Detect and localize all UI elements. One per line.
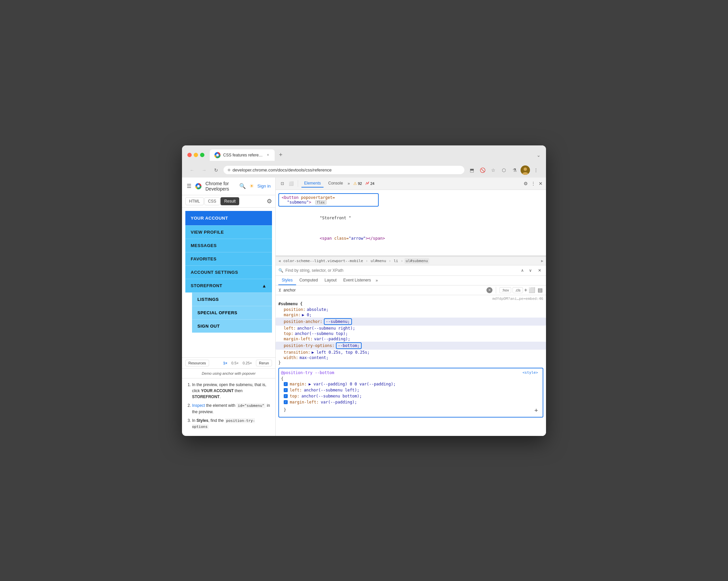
tab-computed[interactable]: Computed [296, 276, 321, 285]
prop-checkbox-margin-left[interactable]: ✓ [284, 400, 288, 404]
reload-button[interactable]: ↻ [211, 165, 221, 175]
prop-name-position-anchor[interactable]: position-anchor: [284, 319, 322, 324]
prop-checkbox-top[interactable]: ✓ [284, 394, 288, 398]
view-profile-item[interactable]: VIEW PROFILE [185, 225, 272, 239]
pt-prop-name-left[interactable]: left: [290, 388, 302, 392]
prop-name-width[interactable]: width: [284, 355, 298, 360]
tab-styles[interactable]: Styles [278, 276, 296, 285]
breadcrumb-item-2[interactable]: ul#menu [369, 258, 387, 264]
more-styles-tabs[interactable]: » [376, 278, 378, 283]
minimize-traffic-light[interactable] [194, 153, 198, 157]
breadcrumb-arrow-left[interactable]: ◀ [278, 259, 281, 263]
pt-prop-name-margin-left[interactable]: margin-left: [290, 400, 319, 405]
filter-close-button[interactable]: ✕ [536, 267, 543, 274]
prop-value-position[interactable]: absolute; [307, 307, 329, 312]
add-style-icon[interactable]: + [524, 287, 527, 293]
prop-name-position[interactable]: position: [284, 307, 306, 312]
chevron-down-icon[interactable]: ⌄ [537, 153, 541, 158]
prop-name-margin[interactable]: margin: [284, 312, 301, 317]
more-options-icon[interactable]: ⋮ [530, 180, 537, 187]
theme-icon[interactable]: ☀ [249, 183, 254, 189]
settings-gear-icon[interactable]: ⚙ [524, 181, 528, 186]
prop-value-width[interactable]: max-content; [300, 355, 329, 360]
tab-html[interactable]: HTML [185, 197, 204, 205]
active-tab[interactable]: CSS features reference | Chr × [210, 149, 275, 161]
cast-icon[interactable]: ⬒ [467, 165, 476, 175]
prop-checkbox-margin[interactable]: ✓ [284, 382, 288, 386]
camera-off-icon[interactable]: 🚫 [478, 165, 487, 175]
menu-icon[interactable]: ⋮ [531, 165, 541, 175]
clear-filter-button[interactable]: ✕ [487, 287, 492, 293]
breadcrumb-item-1[interactable]: color-scheme--light.viewport--mobile [282, 258, 364, 264]
listings-item[interactable]: LISTINGS [192, 293, 272, 306]
special-offers-item[interactable]: SPECIAL OFFERS [192, 306, 272, 319]
close-traffic-light[interactable] [187, 153, 192, 157]
storefront-item[interactable]: STOREFRONT ▲ [185, 279, 272, 293]
style-source-link[interactable]: <style> [523, 370, 541, 375]
tab-event-listeners[interactable]: Event Listeners [340, 276, 374, 285]
prop-value-transition[interactable]: ▶ left 0.25s, top 0.25s; [311, 350, 369, 355]
maximize-traffic-light[interactable] [200, 153, 204, 157]
tab-elements[interactable]: Elements [302, 179, 323, 188]
selector-filter-input[interactable] [285, 268, 517, 273]
account-settings-item[interactable]: ACCOUNT SETTINGS [185, 266, 272, 279]
tab-layout[interactable]: Layout [321, 276, 340, 285]
close-devtools-icon[interactable]: ✕ [539, 181, 543, 186]
computed-sidebar-icon[interactable]: ▤ [537, 287, 543, 294]
prop-value-position-try-options[interactable]: --bottom; [336, 342, 362, 349]
prop-name-margin-left[interactable]: margin-left: [284, 337, 313, 341]
new-tab-button[interactable]: + [276, 150, 285, 160]
zoom-025x-button[interactable]: 0.25× [241, 360, 253, 366]
prop-value-position-anchor[interactable]: --submenu; [324, 318, 352, 325]
search-icon[interactable]: 🔍 [239, 183, 246, 189]
zoom-1x-button[interactable]: 1× [222, 360, 229, 366]
your-account-button[interactable]: YOUR ACCOUNT [185, 211, 272, 225]
messages-item[interactable]: MESSAGES [185, 239, 272, 252]
pt-prop-name-top[interactable]: top: [290, 394, 300, 398]
hamburger-icon[interactable]: ☰ [187, 183, 191, 189]
tab-result[interactable]: Result [220, 197, 239, 205]
pt-prop-val-top[interactable]: anchor(--submenu bottom); [302, 394, 362, 398]
hov-button[interactable]: :hov [499, 287, 511, 293]
prop-value-left[interactable]: anchor(--submenu right); [297, 326, 355, 331]
url-bar[interactable]: ⊕ developer.chrome.com/docs/devtools/css… [224, 166, 464, 174]
inspect-element-icon[interactable]: ⊡ [279, 180, 286, 187]
tab-close-button[interactable]: × [265, 153, 271, 158]
breadcrumb-item-4[interactable]: ul#submenu [405, 258, 429, 264]
prop-value-margin-left[interactable]: var(--padding); [314, 337, 350, 341]
prop-name-transition[interactable]: transition: [284, 350, 310, 355]
device-toolbar-icon[interactable]: ⬜ [288, 180, 294, 187]
forward-button[interactable]: → [200, 165, 209, 175]
rerun-button[interactable]: Rerun [256, 360, 272, 366]
prop-name-position-try-options[interactable]: position-try-options: [284, 343, 335, 348]
sign-out-item[interactable]: SIGN OUT [192, 319, 272, 333]
cls-button[interactable]: .cls [513, 287, 523, 293]
bookmark-icon[interactable]: ☆ [489, 165, 498, 175]
pt-prop-val-margin-left[interactable]: var(--padding); [321, 400, 357, 405]
inspect-link[interactable]: Inspect [192, 403, 205, 408]
styles-filter-input[interactable] [283, 288, 485, 293]
sign-in-button[interactable]: Sign in [257, 184, 271, 189]
pt-prop-val-left[interactable]: anchor(--submenu left); [304, 388, 359, 392]
avatar[interactable] [521, 165, 530, 175]
pt-prop-name-margin[interactable]: margin: [290, 382, 307, 386]
breadcrumb-item-3[interactable]: li [392, 258, 399, 264]
filter-next-button[interactable]: ∨ [527, 267, 534, 274]
filter-prev-button[interactable]: ∧ [519, 267, 526, 274]
new-style-rule-icon[interactable]: ⬜ [528, 287, 535, 294]
lab-icon[interactable]: ⚗ [510, 165, 519, 175]
rule-selector[interactable]: #submenu { [276, 301, 546, 307]
more-tabs-button[interactable]: » [347, 181, 350, 186]
prop-checkbox-left[interactable]: ✓ [284, 388, 288, 392]
resources-button[interactable]: Resources [185, 360, 209, 366]
prop-value-top[interactable]: anchor(--submenu top); [295, 331, 348, 336]
favorites-item[interactable]: FAVORITES [185, 252, 272, 266]
add-rule-button[interactable]: + [534, 407, 538, 414]
back-button[interactable]: ← [187, 165, 197, 175]
prop-name-top[interactable]: top: [284, 331, 293, 336]
settings-icon[interactable]: ⚙ [267, 198, 272, 205]
tab-css[interactable]: CSS [204, 197, 220, 205]
prop-name-left[interactable]: left: [284, 326, 296, 331]
extension-icon[interactable]: ⬡ [499, 165, 509, 175]
pt-prop-val-margin[interactable]: ▶ var(--padding) 0 0 var(--padding); [309, 382, 396, 386]
